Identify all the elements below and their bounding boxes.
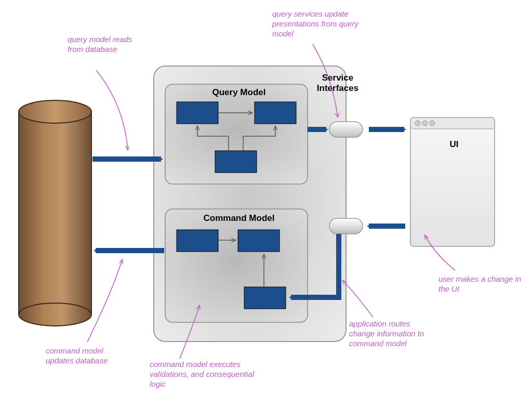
service-interfaces-label: Service Interfaces [312,73,364,94]
svg-rect-0 [19,112,91,315]
anno-user-change: user makes a change in the UI [438,274,522,294]
anno-arrow-app-routes [343,281,373,317]
svg-point-16 [415,121,420,126]
anno-cmd-exec: command model executes validations, and … [150,360,269,389]
ui-window [410,117,495,246]
anno-query-services: query services update presentations from… [272,9,371,38]
svg-point-17 [422,121,428,126]
svg-rect-6 [215,151,257,173]
svg-rect-4 [177,102,218,124]
ui-label: UI [433,139,475,150]
svg-point-1 [19,303,91,326]
svg-rect-9 [177,230,218,252]
query-service-port [329,122,363,137]
svg-point-2 [19,100,91,123]
command-model-label: Command Model [192,213,286,224]
anno-cmd-updates: command model updates database [46,346,129,366]
svg-rect-5 [255,102,296,124]
svg-rect-11 [244,287,286,309]
anno-query-reads: query model reads from database [68,35,135,55]
database-icon [19,100,91,326]
svg-rect-8 [165,209,308,322]
query-model-label: Query Model [197,87,281,98]
command-service-port [329,218,363,234]
anno-arrow-cmd-updates [87,260,122,342]
svg-point-18 [430,121,435,126]
anno-app-routes: application routes change information to… [349,319,437,348]
anno-arrow-query-reads [96,70,128,150]
svg-rect-14 [410,117,495,246]
svg-rect-10 [238,230,280,252]
query-model-box [165,84,308,184]
command-model-box [165,209,308,322]
